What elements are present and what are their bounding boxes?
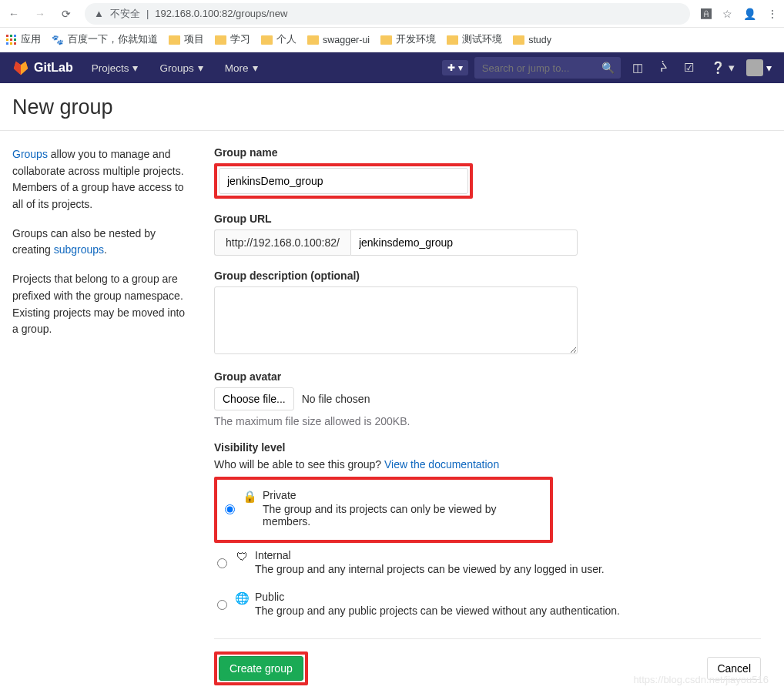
field-group-avatar: Group avatar Choose file... No file chos… xyxy=(214,370,761,427)
folder-icon xyxy=(380,35,392,45)
visibility-label: Visibility level xyxy=(214,441,761,454)
group-description-label: Group description (optional) xyxy=(214,270,761,282)
visibility-doc-link[interactable]: View the documentation xyxy=(384,458,499,471)
translate-icon[interactable]: 🅰 xyxy=(701,8,712,20)
svg-rect-6 xyxy=(6,42,8,45)
visibility-radio-private[interactable] xyxy=(225,491,235,528)
groups-link[interactable]: Groups xyxy=(12,148,48,160)
lock-icon: 🔒 xyxy=(243,490,256,528)
chevron-down-icon: ▾ xyxy=(766,62,772,74)
issues-icon[interactable]: ◫ xyxy=(627,61,648,75)
info-sidebar: Groups allow you to manage and collabora… xyxy=(12,146,193,685)
bookmark-item[interactable]: 学习 xyxy=(215,33,250,46)
forward-button[interactable]: → xyxy=(32,8,48,20)
new-item-dropdown[interactable]: ✚▾ xyxy=(442,60,468,75)
visibility-radio-public[interactable] xyxy=(217,593,227,617)
search-input[interactable] xyxy=(474,57,621,79)
form-main: Group name Group URL http://192.168.0.10… xyxy=(214,146,761,685)
chevron-down-icon: ▾ xyxy=(198,62,203,74)
gitlab-brand-text: GitLab xyxy=(34,61,73,75)
help-icon[interactable]: ❔ ▾ xyxy=(705,61,740,75)
gitlab-logo-link[interactable]: GitLab xyxy=(12,59,73,76)
page-title: New group xyxy=(12,95,772,119)
bookmark-item[interactable]: 项目 xyxy=(169,33,204,46)
user-avatar xyxy=(746,59,763,76)
folder-icon xyxy=(261,35,273,45)
chevron-down-icon: ▾ xyxy=(458,62,463,73)
reload-button[interactable]: ⟳ xyxy=(59,8,74,20)
group-description-textarea[interactable] xyxy=(214,286,578,354)
more-dropdown[interactable]: More▾ xyxy=(217,62,266,74)
avatar-hint: The maximum file size allowed is 200KB. xyxy=(214,415,761,427)
watermark-text: https://blog.csdn.net/jiayou516 xyxy=(633,674,769,685)
chevron-down-icon: ▾ xyxy=(132,62,138,74)
group-url-input[interactable] xyxy=(350,229,578,256)
visibility-option-internal[interactable]: 🛡 Internal The group and any internal pr… xyxy=(214,543,761,583)
divider xyxy=(0,130,784,131)
field-group-url: Group URL http://192.168.0.100:82/ xyxy=(214,213,761,256)
group-url-label: Group URL xyxy=(214,213,761,225)
bookmark-item[interactable]: 测试环境 xyxy=(447,33,502,46)
svg-rect-3 xyxy=(6,39,8,41)
choose-file-button[interactable]: Choose file... xyxy=(214,387,294,410)
group-name-input[interactable] xyxy=(219,168,468,194)
insecure-warning-text: 不安全 xyxy=(110,7,140,21)
folder-icon xyxy=(307,35,319,45)
globe-icon: 🌐 xyxy=(235,591,249,617)
browser-toolbar: ← → ⟳ ▲ 不安全 | 192.168.0.100:82/groups/ne… xyxy=(0,0,784,28)
group-url-prefix: http://192.168.0.100:82/ xyxy=(214,229,350,256)
url-separator: | xyxy=(146,8,149,19)
profile-avatar-icon[interactable]: 👤 xyxy=(743,8,756,20)
svg-rect-7 xyxy=(10,42,12,45)
bookmark-item[interactable]: study xyxy=(513,35,551,45)
apps-label: 应用 xyxy=(21,33,41,46)
create-group-button[interactable]: Create group xyxy=(219,656,303,681)
folder-icon xyxy=(447,35,458,45)
paw-icon: 🐾 xyxy=(52,34,64,45)
group-name-label: Group name xyxy=(214,146,761,159)
bookmark-item[interactable]: swagger-ui xyxy=(307,35,370,45)
user-menu[interactable]: ▾ xyxy=(746,59,772,76)
svg-rect-0 xyxy=(6,35,8,37)
plus-icon: ✚ xyxy=(447,62,455,73)
projects-dropdown[interactable]: Projects▾ xyxy=(84,62,146,74)
visibility-radio-internal[interactable] xyxy=(217,551,227,575)
file-status-text: No file chosen xyxy=(302,393,370,405)
svg-rect-8 xyxy=(14,42,16,45)
svg-rect-1 xyxy=(10,35,12,37)
folder-icon xyxy=(215,35,226,45)
visibility-option-private[interactable]: 🔒 Private The group and its projects can… xyxy=(222,483,545,535)
bookmark-item[interactable]: 个人 xyxy=(261,33,297,46)
svg-rect-2 xyxy=(14,35,16,37)
apps-grid-icon xyxy=(6,35,17,45)
bookmark-star-icon[interactable]: ☆ xyxy=(722,8,732,20)
apps-shortcut[interactable]: 应用 xyxy=(6,33,41,46)
browser-menu-icon[interactable]: ⋮ xyxy=(767,8,778,20)
field-visibility: Visibility level Who will be able to see… xyxy=(214,441,761,625)
svg-rect-5 xyxy=(14,39,16,41)
merge-requests-icon[interactable]: ᔩ xyxy=(655,61,672,75)
url-text: 192.168.0.100:82/groups/new xyxy=(155,8,287,19)
svg-rect-4 xyxy=(10,39,12,41)
back-button[interactable]: ← xyxy=(6,8,22,20)
field-group-name: Group name xyxy=(214,146,761,199)
groups-dropdown[interactable]: Groups▾ xyxy=(152,62,210,74)
gitlab-top-nav: GitLab Projects▾ Groups▾ More▾ ✚▾ 🔍 ◫ ᔩ … xyxy=(0,52,784,83)
chevron-down-icon: ▾ xyxy=(253,62,258,74)
folder-icon xyxy=(513,35,524,45)
subgroups-link[interactable]: subgroups xyxy=(54,243,104,256)
bookmark-item[interactable]: 🐾百度一下，你就知道 xyxy=(52,33,158,46)
visibility-option-public[interactable]: 🌐 Public The group and any public projec… xyxy=(214,584,761,625)
insecure-warning-icon: ▲ xyxy=(94,8,104,19)
visibility-option-private-highlight: 🔒 Private The group and its projects can… xyxy=(214,477,553,543)
bookmarks-bar: 应用 🐾百度一下，你就知道 项目 学习 个人 swagger-ui 开发环境 测… xyxy=(0,28,784,52)
address-bar[interactable]: ▲ 不安全 | 192.168.0.100:82/groups/new xyxy=(85,3,690,25)
search-icon[interactable]: 🔍 xyxy=(601,62,615,74)
field-group-description: Group description (optional) xyxy=(214,270,761,357)
todos-icon[interactable]: ☑ xyxy=(678,61,699,75)
bookmark-item[interactable]: 开发环境 xyxy=(380,33,436,46)
gitlab-logo-icon xyxy=(12,59,29,76)
group-avatar-label: Group avatar xyxy=(214,370,761,383)
folder-icon xyxy=(169,35,180,45)
shield-icon: 🛡 xyxy=(235,550,249,575)
